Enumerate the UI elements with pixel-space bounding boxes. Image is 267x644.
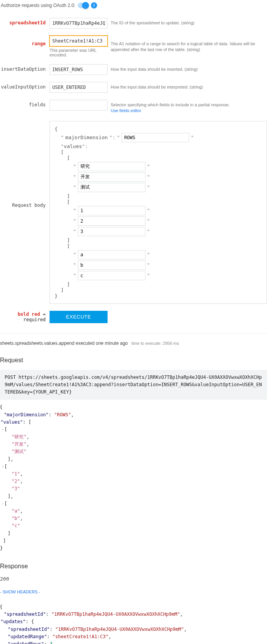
body-cell-input[interactable] [78, 172, 145, 182]
hint-valueinputoption: How the input data should be interpreted… [108, 82, 267, 90]
hint-range: The A1 notation of a range to search for… [108, 36, 267, 53]
note-range-encoded: This parameter was URL encoded. [50, 48, 108, 57]
input-fields[interactable] [50, 100, 108, 111]
hint-spreadsheetid: The ID of the spreadsheet to update. (st… [108, 18, 267, 26]
oauth-label: Authorize requests using OAuth 2.0: [1, 3, 75, 8]
body-cell-input[interactable] [78, 206, 145, 215]
request-title: Request [0, 357, 267, 364]
label-range: range [0, 36, 50, 46]
body-cell-input[interactable] [78, 162, 145, 171]
show-headers-button[interactable]: - SHOW HEADERS - [0, 589, 40, 594]
request-url-block: POST https://sheets.googleapis.com/v4/sp… [0, 370, 267, 400]
info-icon[interactable]: ! [91, 2, 97, 9]
input-valueinputoption[interactable] [50, 82, 108, 93]
body-cell-input[interactable] [78, 250, 145, 259]
hint-insertdataoption: How the input data should be inserted. (… [108, 64, 267, 72]
label-insertdataoption: insertDataOption [0, 64, 50, 72]
execute-button[interactable]: EXECUTE [50, 311, 108, 323]
input-spreadsheetid[interactable] [50, 18, 108, 29]
required-note: bold red = required [0, 312, 50, 322]
body-cell-input[interactable] [78, 227, 145, 236]
execution-status: sheets.spreadsheets.values.append execut… [0, 341, 267, 346]
request-json: -{"majorDimension": "ROWS",-"values": [-… [0, 404, 267, 552]
body-cell-input[interactable] [78, 271, 145, 280]
request-body-editor[interactable]: { "majorDimension":" " "values": [ [""""… [50, 121, 267, 304]
label-request-body: Request body [0, 121, 50, 287]
hint-fields: Selector specifying which fields to incl… [108, 100, 267, 114]
body-cell-input[interactable] [78, 183, 145, 192]
oauth-toggle[interactable] [78, 3, 89, 8]
body-cell-input[interactable] [78, 216, 145, 226]
input-insertdataoption[interactable] [50, 64, 108, 75]
label-valueinputoption: valueInputOption [0, 82, 50, 90]
label-spreadsheetid: spreadsheetId [0, 18, 50, 26]
link-fields-editor[interactable]: Use fields editor [111, 108, 141, 113]
body-cell-input[interactable] [78, 261, 145, 270]
label-fields: fields [0, 100, 50, 107]
input-range[interactable] [50, 36, 108, 46]
response-title: Response [0, 563, 267, 570]
response-status: 200 [0, 576, 267, 582]
response-json: -{"spreadsheetId": "1RRKvO7TBp1haRp4eJQU… [0, 603, 267, 644]
input-majordimension[interactable] [122, 133, 189, 142]
